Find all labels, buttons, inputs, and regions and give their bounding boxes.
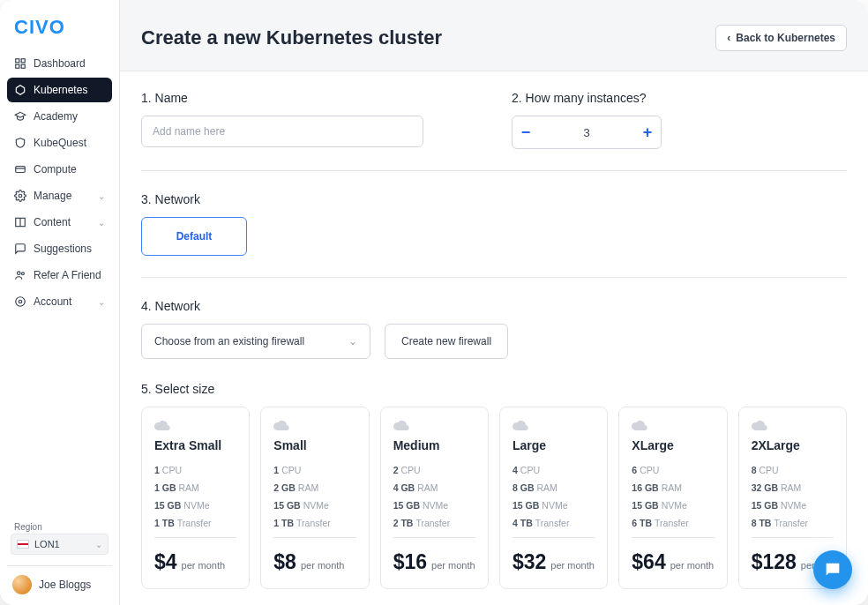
price-row: $4 per month	[154, 537, 236, 574]
users-icon	[14, 269, 26, 281]
transfer-spec: 1 TBTransfer	[154, 518, 236, 528]
divider	[141, 277, 847, 278]
nvme-spec: 15 GBNVMe	[393, 500, 475, 511]
back-to-kubernetes-button[interactable]: ‹ Back to Kubernetes	[715, 25, 847, 51]
cloud-icon	[393, 420, 475, 433]
price: $8	[273, 550, 296, 574]
nvme-spec: 15 GBNVMe	[513, 500, 595, 511]
brand-logo: CIVO	[7, 11, 112, 51]
cluster-name-input[interactable]	[141, 116, 423, 147]
sidebar-item-refer[interactable]: Refer A Friend	[7, 263, 112, 288]
region-value: LON1	[34, 539, 60, 549]
svg-point-12	[21, 273, 24, 275]
user-menu[interactable]: Joe Bloggs	[7, 565, 112, 605]
region-select[interactable]: LON1 ⌄	[11, 534, 108, 555]
svg-rect-2	[21, 59, 25, 63]
sidebar-item-compute[interactable]: Compute	[7, 157, 112, 182]
price: $64	[632, 550, 665, 574]
price: $16	[393, 550, 427, 574]
flag-uk-icon	[17, 540, 29, 549]
chevron-down-icon: ⌄	[98, 218, 105, 228]
gear-icon	[14, 190, 26, 202]
size-name: Large	[513, 438, 595, 452]
avatar	[12, 575, 32, 594]
per-month-label: per month	[550, 560, 595, 571]
svg-rect-1	[16, 59, 19, 63]
nvme-spec: 15 GBNVMe	[273, 500, 355, 511]
chevron-down-icon: ⌄	[98, 191, 105, 201]
size-card-medium[interactable]: Medium 2CPU 4 GBRAM 15 GBNVMe 2 TBTransf…	[380, 407, 489, 589]
transfer-spec: 8 TBTransfer	[752, 518, 834, 528]
price-row: $32 per month	[513, 537, 595, 574]
cpu-spec: 2CPU	[393, 465, 475, 475]
ram-spec: 8 GBRAM	[513, 482, 595, 493]
chat-widget[interactable]	[813, 550, 852, 589]
sidebar-item-label: Manage	[34, 190, 71, 202]
sidebar-item-account[interactable]: Account ⌄	[7, 289, 112, 314]
sidebar-item-label: Academy	[34, 110, 78, 123]
sidebar-item-academy[interactable]: Academy	[7, 104, 112, 129]
per-month-label: per month	[431, 560, 475, 571]
network-default-option[interactable]: Default	[141, 217, 247, 256]
card-icon	[14, 163, 26, 176]
stepper-increment-button[interactable]: +	[634, 116, 661, 148]
size-card-xlarge[interactable]: XLarge 6CPU 16 GBRAM 15 GBNVMe 6 TBTrans…	[618, 407, 727, 589]
step4-title: 4. Network	[141, 299, 847, 313]
svg-point-13	[19, 300, 22, 303]
divider	[141, 170, 847, 171]
size-name: XLarge	[632, 438, 714, 452]
academy-icon	[14, 110, 26, 123]
sidebar-item-content[interactable]: Content ⌄	[7, 210, 112, 235]
cloud-icon	[154, 420, 236, 433]
sidebar-item-suggestions[interactable]: Suggestions	[7, 236, 112, 261]
ram-spec: 32 GBRAM	[752, 482, 834, 493]
price-row: $8 per month	[273, 537, 355, 574]
size-card-small[interactable]: Small 1CPU 2 GBRAM 15 GBNVMe 1 TBTransfe…	[260, 407, 369, 589]
svg-point-14	[16, 297, 26, 307]
price: $32	[513, 550, 546, 574]
sidebar-item-label: Suggestions	[34, 243, 92, 255]
form-content: 1. Name 2. How many instances? − 3 + 3. …	[120, 71, 868, 605]
sidebar-item-label: Refer A Friend	[34, 269, 101, 281]
sidebar-item-kubernetes[interactable]: Kubernetes	[7, 78, 112, 102]
svg-rect-4	[21, 64, 25, 68]
size-card-extra-small[interactable]: Extra Small 1CPU 1 GBRAM 15 GBNVMe 1 TBT…	[141, 407, 250, 589]
create-firewall-button[interactable]: Create new firewall	[385, 324, 508, 359]
sidebar-nav: Dashboard Kubernetes Academy KubeQuest C…	[7, 51, 112, 515]
gear-icon	[14, 295, 26, 308]
ram-spec: 4 GBRAM	[393, 482, 475, 493]
size-name: Medium	[393, 438, 475, 452]
per-month-label: per month	[301, 560, 345, 571]
stepper-decrement-button[interactable]: −	[513, 116, 539, 148]
chevron-down-icon: ⌄	[98, 297, 105, 307]
sidebar-item-label: KubeQuest	[34, 137, 86, 149]
nvme-spec: 15 GBNVMe	[632, 500, 714, 511]
svg-point-8	[19, 194, 22, 198]
sidebar-item-kubequest[interactable]: KubeQuest	[7, 131, 112, 155]
chevron-down-icon: ⌄	[95, 540, 102, 549]
book-icon	[14, 216, 26, 228]
shield-icon	[14, 137, 26, 149]
cloud-icon	[752, 420, 834, 433]
chat-icon	[14, 243, 26, 255]
size-cards: Extra Small 1CPU 1 GBRAM 15 GBNVMe 1 TBT…	[141, 407, 847, 589]
ram-spec: 16 GBRAM	[632, 482, 714, 493]
kubernetes-icon	[14, 84, 26, 96]
sidebar-item-label: Dashboard	[34, 57, 86, 70]
cpu-spec: 1CPU	[154, 465, 236, 475]
stepper-value: 3	[539, 126, 634, 139]
cloud-icon	[632, 420, 714, 433]
price: $128	[752, 550, 797, 574]
chevron-left-icon: ‹	[727, 32, 730, 44]
sidebar-item-dashboard[interactable]: Dashboard	[7, 51, 112, 76]
ram-spec: 2 GBRAM	[273, 482, 355, 493]
ram-spec: 1 GBRAM	[154, 482, 236, 493]
firewall-select[interactable]: Choose from an existing firewall ⌄	[141, 324, 370, 359]
region-label: Region	[11, 520, 108, 534]
sidebar-item-manage[interactable]: Manage ⌄	[7, 183, 112, 208]
back-label: Back to Kubernetes	[736, 32, 835, 44]
instance-count-stepper: − 3 +	[512, 116, 662, 149]
transfer-spec: 4 TBTransfer	[513, 518, 595, 528]
price-row: $16 per month	[393, 537, 475, 574]
size-card-large[interactable]: Large 4CPU 8 GBRAM 15 GBNVMe 4 TBTransfe…	[499, 407, 608, 589]
